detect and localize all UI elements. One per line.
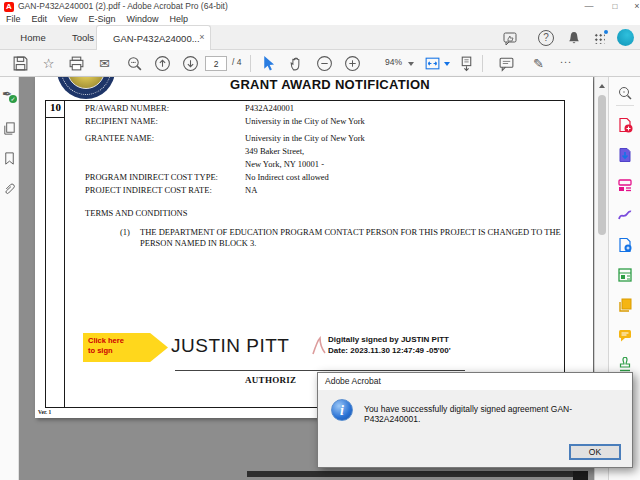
click-to-sign-tag[interactable]: Click here to sign	[83, 333, 168, 362]
menu-file[interactable]: File	[6, 14, 21, 24]
export-pdf-icon[interactable]	[617, 147, 633, 163]
field-value: NA	[245, 185, 257, 195]
field-value: New York, NY 10001 -	[245, 159, 324, 169]
help-icon[interactable]: ?	[538, 30, 554, 46]
document-toolbar: ☆ ✉ 2 / 4 94% ✎ ...	[0, 50, 640, 77]
field-label: PROGRAM INDIRECT COST TYPE:	[85, 172, 218, 182]
close-button[interactable]: ×	[626, 0, 640, 13]
signature-details-line2: Date: 2023.11.30 12:47:49 -05'00'	[328, 346, 451, 357]
save-icon[interactable]	[12, 55, 29, 72]
stamp-tool-icon[interactable]	[617, 357, 633, 373]
hand-tool-icon[interactable]	[288, 55, 305, 72]
fill-and-sign-icon[interactable]	[617, 207, 633, 223]
field-label: GRANTEE NAME:	[85, 133, 154, 143]
title-bar: A GAN-P432A240001 (2).pdf - Adobe Acroba…	[0, 0, 640, 13]
next-page-icon[interactable]	[182, 55, 199, 72]
scroll-up-icon[interactable]	[599, 84, 605, 88]
combine-files-icon[interactable]	[617, 297, 633, 313]
comment-icon[interactable]	[498, 55, 515, 72]
comment-tool-icon[interactable]	[617, 327, 633, 343]
acrobat-app-icon: A	[4, 2, 14, 12]
scrollbar-thumb[interactable]	[598, 95, 606, 235]
email-icon[interactable]: ✉	[96, 55, 113, 72]
more-tools-button[interactable]: ...	[560, 53, 572, 65]
acrobat-message-dialog: Adobe Acrobat i You have successfully di…	[317, 372, 633, 468]
apps-notification-dot	[604, 30, 608, 34]
signature-line	[175, 370, 465, 371]
sign-tag-line2: to sign	[88, 346, 168, 356]
dialog-title: Adobe Acrobat	[318, 373, 632, 390]
search-icon[interactable]	[126, 55, 143, 72]
field-label: PROJECT INDIRECT COST RATE:	[85, 185, 212, 195]
bell-icon[interactable]	[566, 30, 582, 46]
field-value: University in the City of New York	[245, 133, 365, 143]
menu-help[interactable]: Help	[169, 14, 188, 24]
field-label: PR/AWARD NUMBER:	[85, 103, 169, 113]
menu-esign[interactable]: E-Sign	[88, 14, 115, 24]
maximize-button[interactable]: □	[604, 0, 626, 13]
term-text: THE DEPARTMENT OF EDUCATION PROGRAM CONT…	[140, 227, 564, 249]
feedback-icon[interactable]	[502, 30, 518, 46]
signature-valid-check-icon: ✓	[9, 95, 17, 103]
request-esignatures-icon[interactable]	[617, 237, 633, 253]
fit-dropdown-caret-icon[interactable]	[444, 62, 450, 66]
page-scrolling-icon[interactable]	[458, 55, 475, 72]
block-number: 10	[46, 101, 65, 118]
document-title: GRANT AWARD NOTIFICATION	[190, 77, 470, 92]
pdf-page: GRANT AWARD NOTIFICATION 10 PR/AWARD NUM…	[35, 77, 593, 418]
page-total-label: / 4	[232, 57, 241, 67]
zoom-in-icon[interactable]	[344, 55, 361, 72]
select-tool-icon[interactable]	[260, 55, 277, 72]
toolbar-separator	[482, 55, 483, 72]
zoom-out-icon[interactable]	[316, 55, 333, 72]
tab-close-icon[interactable]: ×	[194, 25, 210, 50]
menu-view[interactable]: View	[58, 14, 77, 24]
next-page-edge	[247, 471, 588, 477]
zoom-level-value[interactable]: 94%	[372, 57, 402, 67]
tab-home[interactable]: Home	[10, 25, 56, 50]
field-value: 349 Baker Street,	[245, 146, 304, 156]
adobe-signature-mark-icon	[311, 336, 326, 356]
star-icon[interactable]: ☆	[40, 55, 57, 72]
left-navigation-rail: ✒ ✓	[0, 77, 19, 480]
scan-ocr-icon[interactable]	[617, 267, 633, 283]
search-tool-icon[interactable]	[617, 85, 633, 101]
account-avatar[interactable]	[617, 29, 634, 46]
signature-details-line1: Digitally signed by JUSTIN PITT	[328, 335, 451, 346]
terms-heading: TERMS AND CONDITIONS	[85, 208, 187, 218]
signature-name[interactable]: JUSTIN PITT	[171, 335, 289, 357]
authorizing-label: AUTHORIZ	[245, 375, 296, 385]
ok-button[interactable]: OK	[569, 444, 621, 460]
next-page-edge-nub	[573, 471, 588, 480]
agency-seal	[55, 77, 119, 101]
term-number: (1)	[120, 227, 130, 237]
version-label: Ver. 1	[38, 409, 51, 415]
field-value: P432A240001	[245, 103, 294, 113]
apps-grid-icon[interactable]	[594, 33, 605, 44]
bookmarks-icon[interactable]	[2, 151, 17, 166]
fit-width-icon[interactable]	[424, 55, 441, 72]
page-thumbnails-icon[interactable]	[2, 121, 17, 136]
minimize-button[interactable]: —	[578, 0, 600, 13]
signature-details: Digitally signed by JUSTIN PITT Date: 20…	[328, 335, 451, 356]
menu-window[interactable]: Window	[126, 14, 158, 24]
rail-separator	[616, 105, 634, 106]
menu-bar: File Edit View E-Sign Window Help	[0, 13, 640, 25]
block-number-column: 10	[46, 101, 65, 407]
menu-edit[interactable]: Edit	[32, 14, 48, 24]
field-label: RECIPIENT NAME:	[85, 116, 158, 126]
print-icon[interactable]	[68, 55, 85, 72]
create-pdf-icon[interactable]	[617, 117, 633, 133]
field-value: University in the City of New York	[245, 116, 365, 126]
page-number-input[interactable]: 2	[205, 56, 227, 71]
attachments-icon[interactable]	[2, 181, 17, 196]
field-value: No Indirect cost allowed	[245, 172, 329, 182]
toolbar-separator	[250, 55, 251, 72]
info-icon: i	[331, 399, 353, 421]
edit-pdf-icon[interactable]	[617, 177, 633, 193]
zoom-dropdown-caret-icon[interactable]	[408, 62, 414, 66]
window-title: GAN-P432A240001 (2).pdf - Adobe Acrobat …	[18, 1, 228, 11]
tab-bar: Home Tools GAN-P432A24000... × ?	[0, 25, 640, 50]
highlighter-icon[interactable]: ✎	[530, 55, 547, 72]
previous-page-icon[interactable]	[154, 55, 171, 72]
